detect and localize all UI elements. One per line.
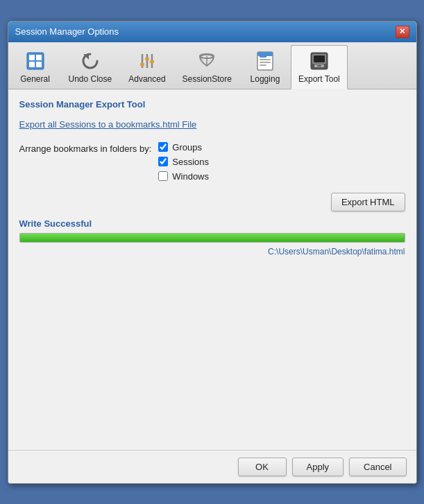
tab-session-store[interactable]: SessionStore bbox=[175, 45, 239, 89]
svg-rect-19 bbox=[257, 52, 273, 56]
svg-rect-11 bbox=[150, 60, 154, 63]
advanced-icon bbox=[136, 50, 158, 72]
checkbox-group: Groups Sessions Windows bbox=[158, 142, 209, 182]
tab-undo-close[interactable]: Undo Close bbox=[61, 45, 120, 89]
tab-export-tool-label: Export Tool bbox=[298, 74, 340, 84]
svg-rect-2 bbox=[36, 55, 42, 60]
apply-button[interactable]: Apply bbox=[292, 458, 344, 476]
general-icon bbox=[24, 50, 46, 72]
checkbox-sessions[interactable] bbox=[158, 157, 168, 166]
svg-rect-16 bbox=[260, 59, 271, 60]
export-sessions-link[interactable]: Export all Sessions to a bookmarks.html … bbox=[19, 119, 405, 130]
main-window: Session Manager Options ✕ General bbox=[8, 21, 417, 484]
tab-session-store-label: SessionStore bbox=[183, 74, 232, 84]
svg-rect-24 bbox=[317, 65, 321, 67]
checkbox-windows-row: Windows bbox=[158, 171, 209, 182]
export-btn-row: Export HTML bbox=[19, 193, 405, 211]
tab-advanced-label: Advanced bbox=[128, 74, 165, 84]
checkbox-windows-label[interactable]: Windows bbox=[172, 171, 209, 182]
ok-button[interactable]: OK bbox=[238, 458, 287, 476]
close-button[interactable]: ✕ bbox=[396, 26, 409, 38]
svg-rect-10 bbox=[145, 58, 149, 60]
window-title: Session Manager Options bbox=[15, 26, 119, 37]
write-status: Write Successful bbox=[19, 218, 405, 229]
svg-rect-17 bbox=[260, 62, 271, 63]
tab-export-tool[interactable]: Export Tool bbox=[291, 45, 348, 89]
progress-bar-container bbox=[19, 233, 405, 243]
tab-general-label: General bbox=[20, 74, 50, 84]
cancel-button[interactable]: Cancel bbox=[349, 458, 406, 476]
content-area: Session Manager Export Tool Export all S… bbox=[8, 89, 416, 450]
tab-logging-label: Logging bbox=[251, 74, 280, 84]
checkbox-windows[interactable] bbox=[158, 171, 168, 181]
file-path: C:\Users\Usman\Desktop\fatima.html bbox=[19, 247, 405, 257]
progress-bar-fill bbox=[20, 234, 405, 242]
session-store-icon bbox=[196, 50, 218, 72]
svg-rect-9 bbox=[140, 63, 144, 66]
undo-close-icon bbox=[79, 50, 101, 72]
tab-advanced[interactable]: Advanced bbox=[121, 45, 173, 89]
logging-icon bbox=[254, 50, 276, 72]
svg-rect-3 bbox=[29, 62, 35, 67]
checkbox-groups[interactable] bbox=[158, 142, 168, 152]
tab-general[interactable]: General bbox=[11, 45, 60, 89]
export-tool-icon bbox=[308, 50, 330, 72]
svg-rect-22 bbox=[314, 55, 325, 62]
tab-logging[interactable]: Logging bbox=[241, 45, 289, 89]
svg-rect-4 bbox=[36, 62, 42, 67]
svg-rect-1 bbox=[29, 55, 35, 60]
checkbox-groups-row: Groups bbox=[158, 142, 209, 153]
arrange-section: Arrange bookmarks in folders by: Groups … bbox=[19, 142, 405, 182]
tab-bar: General Undo Close bbox=[8, 42, 416, 89]
section-title: Session Manager Export Tool bbox=[19, 99, 405, 110]
export-html-button[interactable]: Export HTML bbox=[331, 193, 405, 211]
checkbox-sessions-row: Sessions bbox=[158, 157, 209, 167]
tab-undo-close-label: Undo Close bbox=[69, 74, 112, 84]
arrange-label: Arrange bookmarks in folders by: bbox=[19, 142, 152, 154]
checkbox-groups-label[interactable]: Groups bbox=[172, 142, 202, 153]
footer: OK Apply Cancel bbox=[8, 450, 416, 483]
svg-rect-18 bbox=[260, 64, 266, 66]
checkbox-sessions-label[interactable]: Sessions bbox=[172, 157, 209, 167]
title-bar: Session Manager Options ✕ bbox=[8, 21, 416, 42]
